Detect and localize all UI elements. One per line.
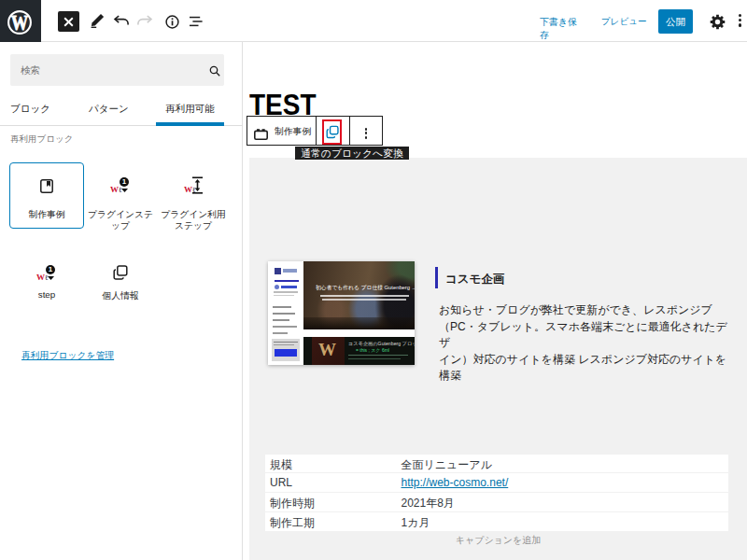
svg-text:W: W bbox=[11, 10, 29, 35]
